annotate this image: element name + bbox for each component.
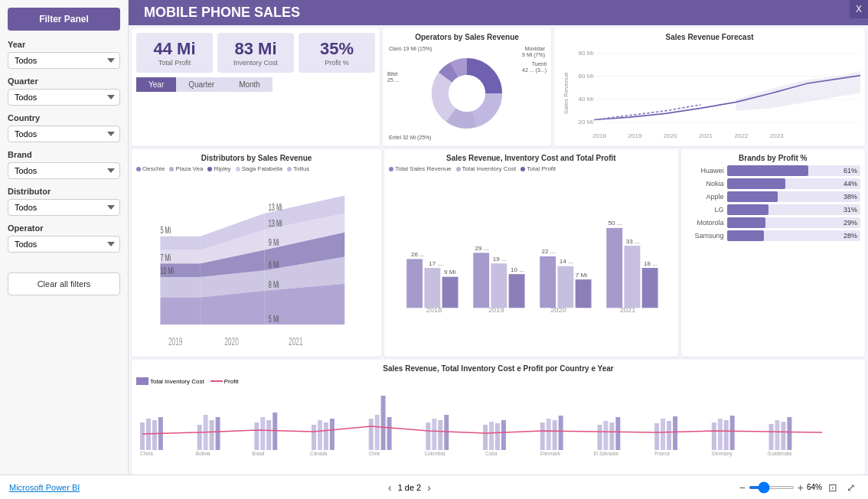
svg-rect-105 — [438, 420, 442, 450]
svg-rect-65 — [540, 256, 556, 308]
svg-text:2018: 2018 — [592, 132, 607, 139]
zoom-level: 64% — [807, 483, 822, 491]
svg-rect-53 — [442, 277, 458, 308]
svg-rect-102 — [387, 417, 392, 450]
svg-rect-119 — [654, 423, 659, 450]
svg-text:8 Mi: 8 Mi — [269, 280, 279, 290]
dashboard-title: MOBILE PHONE SALES — [138, 5, 300, 21]
content-area: Filter Panel Year Todos Quarter Todos Co… — [0, 0, 868, 475]
distributors-title: Distributors by Sales Revenue — [136, 154, 377, 162]
svg-text:7 Mi: 7 Mi — [576, 272, 588, 279]
svg-rect-126 — [730, 416, 735, 450]
svg-rect-93 — [266, 420, 271, 450]
legend-total-inventory: Total Inventory Cost — [456, 165, 517, 172]
brand-row-lg: LG 31% — [686, 204, 861, 215]
tab-year[interactable]: Year — [136, 77, 176, 92]
bottom-legend: Total Inventory Cost Profit — [136, 376, 860, 385]
svg-rect-116 — [603, 421, 608, 450]
svg-rect-90 — [216, 417, 220, 450]
distributors-chart: Distributors by Sales Revenue Oeschle Pl… — [132, 149, 381, 357]
filter-year-label: Year — [8, 40, 120, 49]
svg-rect-127 — [769, 424, 774, 450]
svg-text:18 ...: 18 ... — [644, 260, 658, 267]
zoom-slider[interactable] — [749, 486, 795, 489]
svg-rect-103 — [426, 422, 430, 450]
svg-text:26 ...: 26 ... — [411, 251, 425, 258]
svg-text:2021: 2021 — [699, 132, 713, 139]
svg-text:13 Mi: 13 Mi — [269, 203, 282, 213]
svg-text:China: China — [140, 451, 153, 456]
svg-rect-104 — [432, 419, 436, 450]
filter-country-select[interactable]: Todos — [8, 126, 120, 142]
powerbi-link[interactable]: Microsoft Power BI — [9, 483, 80, 492]
svg-rect-125 — [724, 420, 729, 450]
svg-text:Colombia: Colombia — [424, 451, 445, 456]
operator-label-movistar: Movistar9 Mi (7%) — [522, 46, 545, 59]
legend-total-profit: Total Profit — [520, 165, 556, 172]
svg-text:France: France — [654, 451, 670, 456]
svg-text:9 Mi: 9 Mi — [444, 269, 456, 276]
bottom-bar: Microsoft Power BI ‹ 1 de 2 › − + 64% ⊡ … — [0, 475, 868, 499]
svg-text:9 Mi: 9 Mi — [269, 238, 279, 248]
filter-distributor-select[interactable]: Todos — [8, 199, 120, 216]
svg-rect-120 — [661, 419, 665, 450]
close-button[interactable]: X — [850, 0, 868, 18]
svg-text:2021: 2021 — [620, 307, 636, 315]
filter-quarter-label: Quarter — [8, 77, 120, 86]
filter-country: Country Todos — [8, 113, 120, 142]
brand-row-samsung: Samsung 28% — [686, 230, 861, 241]
svg-text:13 Mi: 13 Mi — [269, 219, 282, 229]
svg-text:El Salvador: El Salvador — [593, 451, 619, 456]
filter-brand-select[interactable]: Todos — [8, 162, 120, 179]
fullscreen-button[interactable]: ⤢ — [844, 480, 859, 495]
svg-rect-123 — [712, 422, 716, 450]
filter-quarter: Quarter Todos — [8, 77, 120, 106]
svg-rect-67 — [576, 280, 592, 308]
operator-label-claro: Claro 19 Mi (15%) — [389, 46, 432, 52]
svg-rect-58 — [473, 253, 489, 308]
svg-text:2020: 2020 — [224, 335, 239, 347]
tab-quarter[interactable]: Quarter — [176, 77, 227, 92]
svg-text:10 ...: 10 ... — [511, 266, 524, 273]
svg-rect-98 — [330, 419, 334, 450]
forecast-svg: 80 Mi 60 Mi 40 Mi 20 Mi — [559, 44, 860, 142]
kpi-total-profit: 44 Mi Total Profit — [136, 33, 213, 73]
svg-text:2019: 2019 — [628, 132, 642, 139]
svg-text:80 Mi: 80 Mi — [578, 50, 593, 57]
svg-text:40 Mi: 40 Mi — [578, 96, 593, 103]
next-page-button[interactable]: › — [427, 481, 431, 494]
svg-rect-91 — [254, 422, 259, 450]
svg-rect-72 — [606, 228, 622, 308]
svg-rect-74 — [642, 269, 658, 308]
svg-text:Canada: Canada — [310, 451, 328, 456]
svg-rect-130 — [787, 417, 791, 450]
tab-month[interactable]: Month — [227, 77, 272, 92]
operator-label-bitel: Bitel25 ... — [387, 71, 400, 84]
filter-country-label: Country — [8, 113, 120, 122]
distributors-svg: 5 Mi 7 Mi 10 Mi 13 Mi 13 Mi 9 Mi 6 Mi 8 … — [136, 175, 377, 352]
svg-text:2022: 2022 — [734, 132, 749, 139]
filter-quarter-select[interactable]: Todos — [8, 89, 120, 106]
time-tabs: Year Quarter Month — [136, 77, 375, 92]
svg-text:10 Mi: 10 Mi — [160, 266, 174, 276]
prev-page-button[interactable]: ‹ — [388, 481, 392, 494]
clear-filters-button[interactable]: Clear all filters — [8, 272, 120, 295]
svg-text:Guatemala: Guatemala — [768, 451, 792, 456]
svg-rect-109 — [495, 423, 500, 450]
filter-operator-select[interactable]: Todos — [8, 236, 120, 253]
svg-text:19 ...: 19 ... — [493, 256, 507, 263]
filter-panel-button[interactable]: Filter Panel — [8, 8, 120, 31]
main-container: Filter Panel Year Todos Quarter Todos Co… — [0, 0, 868, 499]
legend-saga: Saga Falabella — [236, 165, 282, 172]
fit-page-button[interactable]: ⊡ — [825, 480, 840, 495]
zoom-out-button[interactable]: − — [739, 481, 746, 494]
legend-ripley: Ripley — [207, 165, 230, 172]
filter-year-select[interactable]: Todos — [8, 52, 120, 69]
svg-rect-99 — [369, 419, 374, 450]
svg-text:17 ...: 17 ... — [429, 260, 442, 267]
zoom-controls: − + 64% ⊡ ⤢ — [739, 480, 859, 495]
svg-text:14 ...: 14 ... — [560, 259, 573, 266]
zoom-in-button[interactable]: + — [798, 481, 804, 494]
svg-text:22 ...: 22 ... — [542, 249, 556, 256]
filter-brand-label: Brand — [8, 150, 120, 159]
